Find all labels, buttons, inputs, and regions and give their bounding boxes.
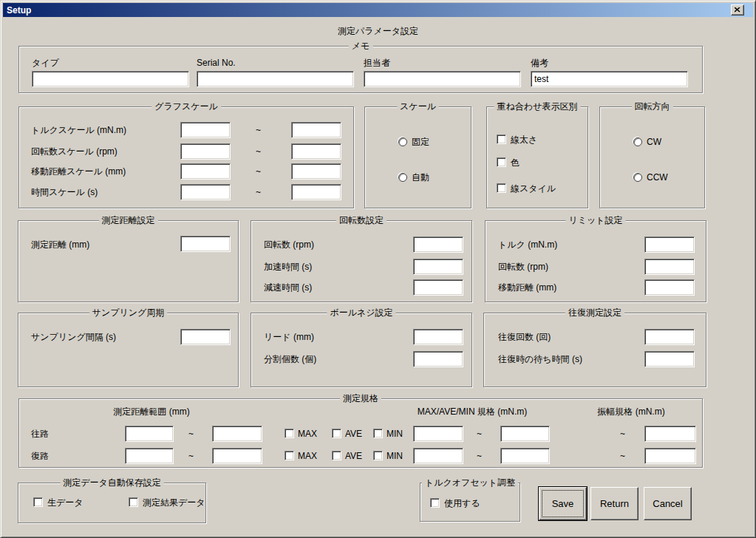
serial-no-input[interactable]	[197, 71, 354, 87]
outbound-spec-min-input[interactable]	[413, 426, 463, 442]
overlay-group: 重ね合わせ表示区別 線太さ 色 線スタイル	[486, 106, 588, 208]
time-scale-max-input[interactable]	[291, 184, 341, 200]
measure-distance-label: 測定距離 (mm)	[31, 239, 89, 251]
person-input[interactable]	[364, 71, 521, 87]
line-width-checkbox[interactable]	[497, 134, 506, 144]
serial-no-label: Serial No.	[197, 57, 236, 69]
return-spec-max-input[interactable]	[500, 448, 550, 464]
scale-auto-radio[interactable]	[398, 173, 407, 182]
outbound-min-label: MIN	[386, 428, 403, 440]
division-count-input[interactable]	[413, 351, 463, 367]
decel-time-input[interactable]	[413, 279, 463, 296]
return-range-max-input[interactable]	[212, 448, 262, 464]
save-button[interactable]: Save	[539, 487, 587, 520]
round-trip-count-input[interactable]	[644, 329, 695, 345]
return-min-checkbox[interactable]	[373, 451, 383, 460]
speed-settings-group-title: 回転数設定	[336, 215, 386, 226]
ccw-label: CCW	[647, 171, 668, 183]
standards-group: 測定規格 測定距離範囲 (mm) MAX/AVE/MIN 規格 (mN.m) 振…	[18, 398, 703, 468]
lead-input[interactable]	[413, 329, 463, 345]
line-width-label: 線太さ	[511, 134, 537, 146]
standards-group-title: 測定規格	[340, 393, 381, 404]
accel-time-label: 加速時間 (s)	[264, 261, 312, 273]
return-amplitude-input[interactable]	[644, 448, 696, 464]
outbound-spec-max-input[interactable]	[500, 426, 550, 442]
scale-fixed-label: 固定	[412, 136, 429, 148]
lead-label: リード (mm)	[264, 331, 314, 343]
tilde-separator: ~	[477, 428, 482, 440]
tilde-separator: ~	[188, 428, 194, 440]
outbound-min-checkbox[interactable]	[373, 429, 383, 438]
limit-speed-input[interactable]	[644, 259, 695, 275]
speed-scale-min-input[interactable]	[180, 143, 231, 160]
raw-data-checkbox[interactable]	[33, 497, 43, 507]
scale-group: スケール 固定 自動	[364, 106, 471, 208]
reciprocating-group-title: 往復測定設定	[565, 307, 624, 319]
outbound-range-min-input[interactable]	[125, 426, 174, 442]
outbound-ave-checkbox[interactable]	[332, 429, 341, 438]
wait-time-input[interactable]	[644, 351, 695, 367]
measure-distance-group-title: 測定距離設定	[99, 215, 158, 226]
ccw-radio[interactable]	[633, 173, 642, 182]
scale-fixed-radio[interactable]	[398, 137, 407, 146]
memo-group: メモ タイプ Serial No. 担当者 備考	[18, 46, 703, 93]
amplitude-header: 振幅規格 (mN.m)	[597, 406, 664, 418]
return-range-min-input[interactable]	[125, 448, 174, 464]
page-title: 測定パラメータ設定	[1, 25, 755, 37]
return-min-label: MIN	[386, 450, 403, 462]
tilde-separator: ~	[620, 428, 625, 440]
accel-time-input[interactable]	[413, 259, 463, 275]
return-ave-checkbox[interactable]	[332, 451, 341, 460]
tilde-separator: ~	[256, 186, 261, 198]
tilde-separator: ~	[256, 146, 261, 157]
raw-data-label: 生データ	[47, 497, 84, 508]
distance-scale-label: 移動距離スケール (mm)	[31, 166, 126, 177]
return-spec-min-input[interactable]	[413, 448, 463, 464]
sampling-interval-input[interactable]	[180, 329, 231, 345]
color-checkbox[interactable]	[497, 157, 506, 167]
type-input[interactable]	[32, 71, 189, 87]
person-label: 担当者	[364, 57, 390, 69]
use-checkbox[interactable]	[430, 498, 440, 508]
return-max-checkbox[interactable]	[285, 451, 294, 460]
spec-header: MAX/AVE/MIN 規格 (mN.m)	[418, 406, 527, 418]
torque-scale-max-input[interactable]	[291, 122, 341, 138]
cw-radio[interactable]	[633, 137, 642, 146]
speed-input[interactable]	[413, 236, 463, 253]
close-button[interactable]	[731, 4, 744, 16]
tilde-separator: ~	[620, 450, 625, 462]
distance-scale-min-input[interactable]	[180, 163, 231, 180]
return-ave-label: AVE	[345, 450, 362, 462]
remarks-input[interactable]	[531, 71, 688, 87]
autosave-group-title: 測定データ自動保存設定	[60, 477, 164, 488]
outbound-ave-label: AVE	[345, 428, 362, 440]
limit-distance-input[interactable]	[644, 279, 695, 296]
cancel-button[interactable]: Cancel	[644, 487, 692, 520]
return-button[interactable]: Return	[590, 487, 638, 520]
window-title: Setup	[7, 5, 31, 16]
tilde-separator: ~	[256, 124, 261, 136]
torque-scale-min-input[interactable]	[180, 122, 231, 138]
result-data-checkbox[interactable]	[129, 497, 138, 507]
limit-torque-input[interactable]	[644, 236, 695, 253]
overlay-group-title: 重ね合わせ表示区別	[494, 101, 581, 112]
outbound-max-checkbox[interactable]	[285, 429, 294, 438]
outbound-amplitude-input[interactable]	[644, 426, 696, 442]
distance-scale-max-input[interactable]	[291, 163, 341, 180]
sampling-group: サンプリング周期 サンプリング間隔 (s)	[18, 313, 239, 387]
wait-time-label: 往復時の待ち時間 (s)	[498, 353, 582, 365]
line-style-checkbox[interactable]	[497, 183, 506, 193]
time-scale-min-input[interactable]	[180, 184, 231, 200]
graph-scale-group-title: グラフスケール	[151, 101, 221, 112]
speed-scale-max-input[interactable]	[291, 143, 341, 160]
ballscrew-group: ボールネジ設定 リード (mm) 分割個数 (個)	[251, 313, 472, 387]
return-label: 復路	[31, 450, 49, 462]
rotation-direction-group: 回転方向 CW CCW	[599, 106, 705, 208]
outbound-range-max-input[interactable]	[212, 426, 262, 442]
return-button-label: Return	[600, 498, 629, 509]
measure-distance-input[interactable]	[180, 236, 231, 252]
speed-label: 回転数 (rpm)	[264, 239, 314, 251]
outbound-label: 往路	[31, 428, 49, 440]
limit-distance-label: 移動距離 (mm)	[498, 282, 556, 293]
scale-auto-label: 自動	[412, 171, 429, 183]
